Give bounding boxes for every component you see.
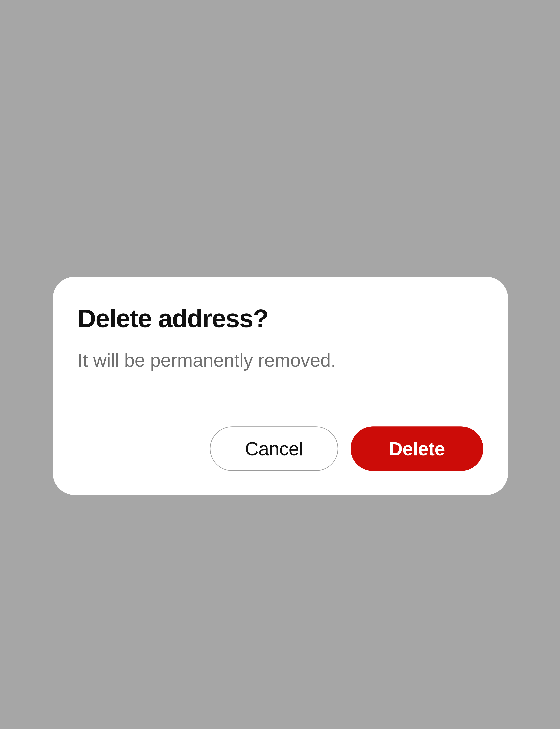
dialog-title: Delete address?: [78, 305, 483, 333]
dialog-actions: Cancel Delete: [78, 426, 483, 476]
cancel-button[interactable]: Cancel: [210, 426, 338, 471]
dialog-body: It will be permanently removed.: [78, 349, 483, 372]
delete-button[interactable]: Delete: [351, 426, 483, 471]
confirm-dialog: Delete address? It will be permanently r…: [53, 277, 508, 495]
